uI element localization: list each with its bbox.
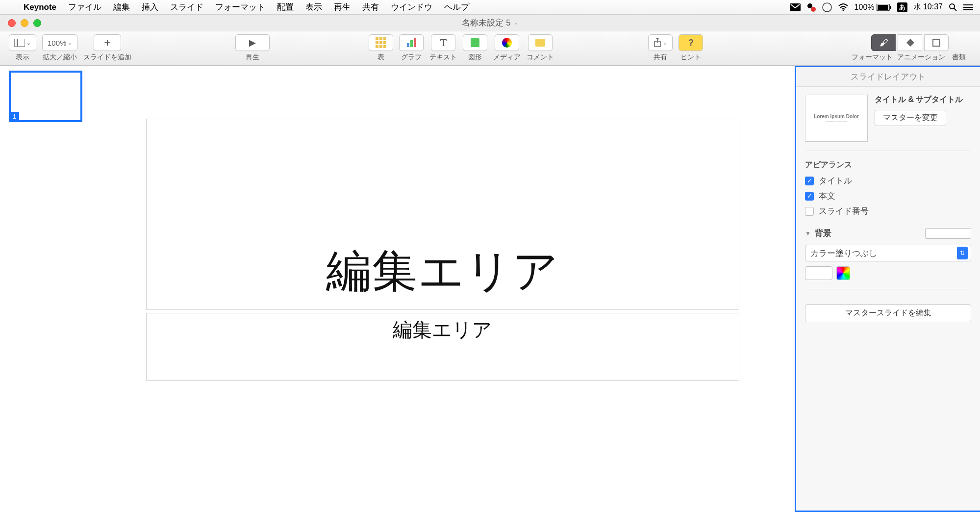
slide-number-checkbox[interactable] bbox=[805, 207, 814, 216]
animation-tab[interactable] bbox=[898, 34, 922, 51]
text-button[interactable]: T bbox=[431, 34, 455, 51]
slide[interactable]: 編集エリア 編集エリア bbox=[146, 79, 739, 413]
background-swatch[interactable] bbox=[925, 228, 971, 239]
appearance-section: アピアランス bbox=[805, 160, 971, 170]
media-icon bbox=[502, 38, 512, 48]
svg-line-9 bbox=[954, 8, 956, 11]
layout-name: タイトル & サブタイトル bbox=[875, 95, 971, 105]
comment-button[interactable] bbox=[528, 34, 553, 51]
change-master-button[interactable]: マスターを変更 bbox=[875, 110, 946, 126]
table-button[interactable] bbox=[369, 34, 393, 51]
input-source[interactable]: あ bbox=[897, 2, 907, 12]
subtitle-text: 編集エリア bbox=[393, 316, 492, 343]
svg-rect-17 bbox=[933, 39, 940, 46]
status-icon[interactable] bbox=[806, 2, 816, 12]
background-section: 背景 bbox=[815, 228, 831, 239]
subtitle-placeholder[interactable]: 編集エリア bbox=[146, 313, 739, 381]
hint-label: ヒント bbox=[680, 53, 701, 62]
svg-point-3 bbox=[823, 3, 831, 12]
document-tab[interactable] bbox=[924, 34, 949, 51]
media-button[interactable] bbox=[495, 34, 519, 51]
menu-help[interactable]: ヘルプ bbox=[438, 1, 475, 13]
title-placeholder[interactable]: 編集エリア bbox=[146, 119, 739, 310]
close-window-button[interactable] bbox=[8, 19, 16, 27]
add-slide-button[interactable]: + bbox=[94, 34, 121, 51]
safari-icon[interactable] bbox=[822, 2, 832, 12]
play-label: 再生 bbox=[246, 53, 259, 62]
window-titlebar: 名称未設定 5⌄ bbox=[0, 15, 980, 31]
title-checkbox[interactable]: ✓ bbox=[805, 177, 814, 185]
select-stepper-icon: ⇅ bbox=[957, 247, 968, 259]
menu-list-icon[interactable] bbox=[963, 4, 973, 11]
zoom-window-button[interactable] bbox=[33, 19, 41, 27]
chart-button[interactable] bbox=[399, 34, 424, 51]
title-text: 編集エリア bbox=[326, 241, 559, 302]
color-wheel-button[interactable] bbox=[836, 266, 850, 280]
menu-format[interactable]: フォーマット bbox=[209, 1, 271, 13]
gmail-icon[interactable] bbox=[790, 3, 801, 11]
title-checkbox-label: タイトル bbox=[819, 175, 852, 186]
slide-thumbnail-1[interactable]: 1 bbox=[9, 71, 82, 122]
fill-type-value: カラー塗りつぶし bbox=[810, 248, 877, 259]
svg-rect-6 bbox=[878, 5, 888, 10]
disclosure-triangle-icon[interactable]: ▼ bbox=[805, 230, 811, 237]
menu-file[interactable]: ファイル bbox=[62, 1, 107, 13]
zoom-button[interactable]: 100%⌄ bbox=[42, 34, 77, 51]
table-icon bbox=[376, 37, 386, 48]
table-label: 表 bbox=[377, 53, 384, 62]
shape-icon bbox=[471, 38, 479, 47]
battery-status[interactable]: 100% bbox=[854, 3, 891, 12]
add-slide-label: スライドを追加 bbox=[83, 53, 131, 62]
chart-label: グラフ bbox=[401, 53, 422, 62]
format-inspector: スライドレイアウト Lorem Ipsum Dolor ——— ——— タイトル… bbox=[795, 66, 980, 512]
paintbrush-icon: 🖌 bbox=[879, 38, 888, 48]
zoom-label: 拡大／縮小 bbox=[43, 53, 77, 62]
edit-master-slide-button[interactable]: マスタースライドを編集 bbox=[805, 304, 971, 322]
view-button[interactable]: ⌄ bbox=[9, 34, 36, 51]
shape-label: 図形 bbox=[468, 53, 482, 62]
menu-insert[interactable]: 挿入 bbox=[136, 1, 164, 13]
menu-play[interactable]: 再生 bbox=[328, 1, 356, 13]
text-label: テキスト bbox=[429, 53, 457, 62]
format-tab[interactable]: 🖌 bbox=[871, 34, 896, 51]
body-checkbox[interactable]: ✓ bbox=[805, 192, 814, 201]
hint-button[interactable]: ? bbox=[678, 34, 703, 51]
shape-button[interactable] bbox=[463, 34, 487, 51]
menubar-clock[interactable]: 水 10:37 bbox=[913, 2, 943, 12]
battery-percent: 100% bbox=[854, 3, 875, 12]
layout-thumbnail: Lorem Ipsum Dolor ——— ——— bbox=[805, 95, 868, 142]
spotlight-icon[interactable] bbox=[949, 3, 957, 12]
body-checkbox-label: 本文 bbox=[819, 190, 835, 202]
menu-slide[interactable]: スライド bbox=[164, 1, 209, 13]
menu-edit[interactable]: 編集 bbox=[107, 1, 136, 13]
slide-navigator: 1 bbox=[0, 66, 90, 512]
chart-icon bbox=[407, 38, 416, 47]
slide-number-checkbox-label: スライド番号 bbox=[819, 205, 869, 217]
animation-label: アニメーション bbox=[896, 53, 947, 62]
mac-menubar: Keynote ファイル 編集 挿入 スライド フォーマット 配置 表示 再生 … bbox=[0, 0, 980, 15]
svg-point-8 bbox=[950, 4, 955, 9]
wifi-icon[interactable] bbox=[838, 3, 849, 11]
view-label: 表示 bbox=[16, 53, 29, 62]
svg-rect-14 bbox=[18, 39, 25, 47]
comment-label: コメント bbox=[527, 53, 554, 62]
document-title[interactable]: 名称未設定 5⌄ bbox=[462, 17, 518, 28]
fill-type-select[interactable]: カラー塗りつぶし ⇅ bbox=[805, 245, 971, 261]
minimize-window-button[interactable] bbox=[21, 19, 28, 27]
svg-rect-7 bbox=[890, 6, 891, 9]
share-button[interactable]: ⌄ bbox=[648, 34, 673, 51]
chevron-down-icon: ⌄ bbox=[514, 20, 518, 26]
menu-view[interactable]: 表示 bbox=[300, 1, 328, 13]
menu-arrange[interactable]: 配置 bbox=[271, 1, 300, 13]
menu-window[interactable]: ウインドウ bbox=[385, 1, 438, 13]
svg-point-4 bbox=[842, 9, 844, 11]
svg-point-2 bbox=[811, 7, 816, 12]
toolbar: ⌄ 表示 100%⌄ 拡大／縮小 + スライドを追加 ▶ 再生 表 グラフ T … bbox=[0, 31, 980, 66]
comment-icon bbox=[535, 39, 545, 47]
menu-share[interactable]: 共有 bbox=[356, 1, 385, 13]
panel-header: スライドレイアウト bbox=[796, 67, 980, 87]
play-button[interactable]: ▶ bbox=[235, 34, 270, 51]
slide-canvas-area: 編集エリア 編集エリア bbox=[90, 66, 795, 512]
fill-color-well[interactable] bbox=[805, 266, 832, 280]
app-menu[interactable]: Keynote bbox=[18, 2, 62, 12]
